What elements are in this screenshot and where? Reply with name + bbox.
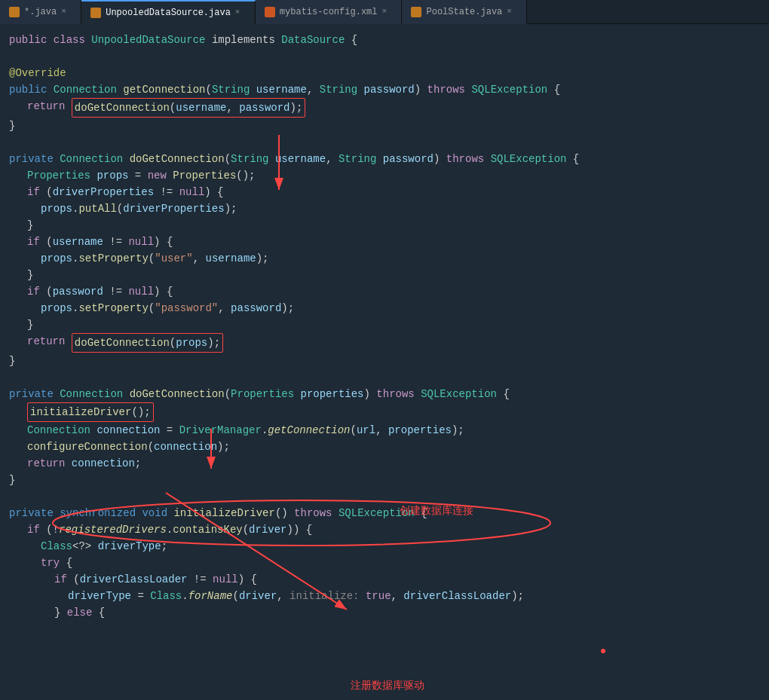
red-box-dogetconn1: doGetConnection(username, password); — [72, 98, 306, 118]
code-line-initdriver-decl: private synchronized void initializeDriv… — [0, 505, 769, 521]
code-line-priv-getconn: private Connection doGetConnection(Strin… — [0, 151, 769, 167]
tab-icon-mybatis — [265, 7, 275, 17]
code-line-setprop1: props.setProperty("user", username); — [0, 250, 769, 267]
code-line-if5: if (driverClassLoader != null) { — [0, 571, 769, 588]
code-line-initdriver: initializeDriver(); — [0, 402, 769, 422]
code-line-else: } else { — [0, 604, 769, 621]
tab-bar: *.java × UnpooledDataSource.java × mybat… — [0, 0, 769, 24]
code-line-override: @Override — [0, 65, 769, 81]
code-line-close3: } — [0, 267, 769, 283]
tab-close-poolstate[interactable]: × — [507, 7, 517, 17]
kw-class: class — [54, 32, 85, 48]
code-line-classforname: driverType = Class.forName(driver, initi… — [0, 588, 769, 604]
code-line-1: public class UnpooledDataSource implemen… — [0, 32, 769, 48]
tab-close-unpooled[interactable]: × — [235, 8, 246, 18]
code-line-props1: Properties props = new Properties(); — [0, 167, 769, 184]
tab-label-1: *.java — [24, 7, 57, 17]
code-container: public class UnpooledDataSource implemen… — [0, 24, 769, 628]
tab-icon-poolstate — [411, 7, 421, 17]
code-line-getconn: public Connection getConnection(String u… — [0, 81, 769, 98]
red-box-dogetconn2: doGetConnection(props); — [72, 333, 223, 353]
kw-public: public — [9, 32, 47, 48]
fn-getconnection: getConnection — [123, 81, 205, 98]
code-area: public class UnpooledDataSource implemen… — [0, 24, 769, 628]
tab-java-1[interactable]: *.java × — [0, 0, 81, 24]
code-line-empty-4 — [0, 488, 769, 505]
code-line-configconn: configureConnection(connection); — [0, 439, 769, 455]
code-line-close1: } — [0, 118, 769, 134]
code-line-returnconn: return connection; — [0, 455, 769, 472]
code-line-if4: if (!registeredDrivers.containsKey(drive… — [0, 521, 769, 538]
code-line-return2: return doGetConnection(props); — [0, 333, 769, 353]
code-line-setprop2: props.setProperty("password", password); — [0, 300, 769, 316]
tab-unpooled[interactable]: UnpooledDataSource.java × — [81, 0, 256, 24]
tab-close-1[interactable]: × — [61, 7, 72, 17]
code-line-if1: if (driverProperties != null) { — [0, 184, 769, 200]
code-line-try: try { — [0, 555, 769, 571]
tab-poolstate[interactable]: PoolState.java × — [402, 0, 527, 24]
red-box-initdriver: initializeDriver(); — [27, 402, 154, 422]
tab-close-mybatis[interactable]: × — [381, 7, 392, 17]
tab-mybatis[interactable]: mybatis-config.xml × — [256, 0, 403, 24]
code-line-return1: return doGetConnection(username, passwor… — [0, 98, 769, 118]
code-line-close5: } — [0, 353, 769, 369]
code-line-priv-getconn2: private Connection doGetConnection(Prope… — [0, 386, 769, 402]
annotation-override: @Override — [9, 65, 66, 81]
throws-kw-1: throws — [427, 81, 465, 98]
kw-public2: public — [9, 81, 47, 98]
code-line-empty-2 — [0, 134, 769, 151]
code-line-close2: } — [0, 217, 769, 234]
tab-icon-unpooled — [90, 8, 101, 18]
code-line-if3: if (password != null) { — [0, 283, 769, 300]
code-line-close6: } — [0, 472, 769, 488]
kw-return1: return — [27, 98, 65, 118]
code-line-if2: if (username != null) { — [0, 234, 769, 250]
class-name: UnpooledDataSource — [91, 32, 205, 48]
code-line-empty-3 — [0, 369, 769, 386]
code-line-empty-1 — [0, 48, 769, 65]
tab-label-unpooled: UnpooledDataSource.java — [106, 8, 231, 18]
code-line-close4: } — [0, 316, 769, 333]
tab-label-mybatis: mybatis-config.xml — [280, 7, 378, 17]
tab-icon-java1 — [9, 7, 20, 17]
code-line-drivertype: Class<?> driverType; — [0, 538, 769, 555]
dot-1 — [601, 649, 605, 653]
implements-kw: implements — [212, 32, 275, 48]
datasource-type: DataSource — [281, 32, 345, 48]
code-line-putall: props.putAll(driverProperties); — [0, 200, 769, 217]
tab-label-poolstate: PoolState.java — [426, 7, 502, 17]
code-line-driverconn: Connection connection = DriverManager.ge… — [0, 422, 769, 439]
annotation-register-driver: 注册数据库驱动 — [351, 679, 424, 691]
kw-private1: private — [9, 151, 54, 167]
connection-type: Connection — [54, 81, 117, 98]
